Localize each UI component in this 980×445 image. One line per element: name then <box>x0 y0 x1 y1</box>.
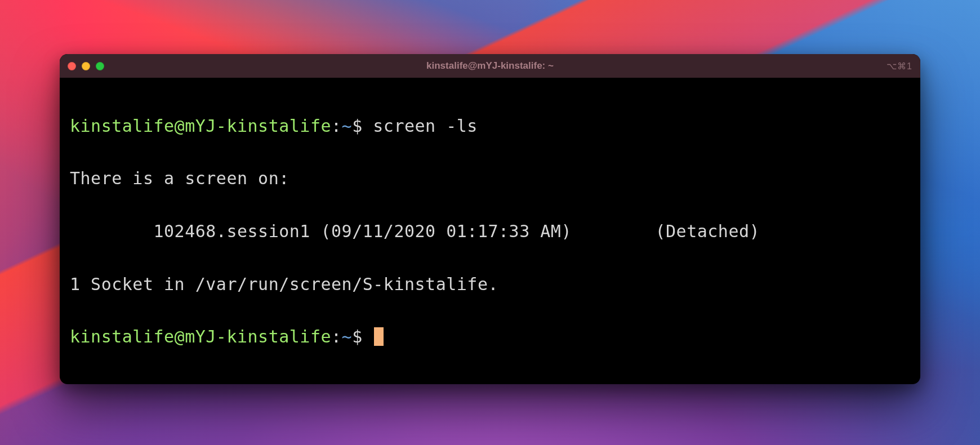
minimize-icon[interactable] <box>82 62 90 70</box>
window-titlebar[interactable]: kinstalife@mYJ-kinstalife: ~ ⌥⌘1 <box>60 54 920 78</box>
prompt-line-2: kinstalife@mYJ-kinstalife:~$ <box>70 324 910 350</box>
cursor-block <box>374 327 384 346</box>
prompt-separator: : <box>331 116 342 136</box>
terminal-body[interactable]: kinstalife@mYJ-kinstalife:~$ screen -ls … <box>60 78 920 384</box>
output-session-name: 102468.session1 (09/11/2020 01:17:33 AM) <box>154 219 572 245</box>
output-session-gap <box>572 219 656 245</box>
output-socket-line: 1 Socket in /var/run/screen/S-kinstalife… <box>70 272 910 298</box>
close-icon[interactable] <box>68 62 76 70</box>
prompt-line-1: kinstalife@mYJ-kinstalife:~$ screen -ls <box>70 113 910 140</box>
prompt-dollar: $ <box>352 116 363 136</box>
command-text: screen -ls <box>373 116 478 136</box>
prompt-path: ~ <box>342 116 353 136</box>
output-session-indent <box>70 219 154 245</box>
output-session-status: (Detached) <box>655 219 760 245</box>
prompt-separator: : <box>331 327 342 346</box>
prompt-user-host: kinstalife@mYJ-kinstalife <box>70 327 331 346</box>
terminal-window[interactable]: kinstalife@mYJ-kinstalife: ~ ⌥⌘1 kinstal… <box>60 54 920 384</box>
prompt-user-host: kinstalife@mYJ-kinstalife <box>70 116 331 136</box>
window-title: kinstalife@mYJ-kinstalife: ~ <box>60 60 920 72</box>
window-shortcut-hint: ⌥⌘1 <box>887 61 912 72</box>
output-header: There is a screen on: <box>70 166 910 192</box>
prompt-path: ~ <box>342 327 353 346</box>
output-session-row: 102468.session1 (09/11/2020 01:17:33 AM)… <box>70 219 910 245</box>
prompt-dollar: $ <box>352 327 363 346</box>
zoom-icon[interactable] <box>96 62 104 70</box>
traffic-lights <box>68 62 104 70</box>
